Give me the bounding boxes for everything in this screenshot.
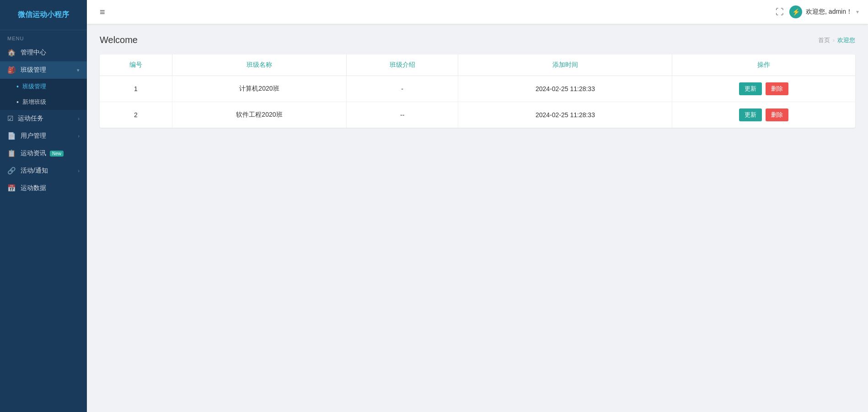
cell-name: 软件工程2020班	[172, 102, 347, 128]
col-header-name: 班级名称	[172, 54, 347, 76]
news-icon: 📋	[7, 149, 16, 157]
cell-desc: --	[346, 102, 458, 128]
cell-id: 2	[100, 102, 172, 128]
cell-name: 计算机2020班	[172, 76, 347, 102]
class-icon: 🎒	[7, 66, 16, 74]
sidebar-item-guanli-zhongxin[interactable]: 🏠 管理中心	[0, 44, 87, 61]
col-header-time: 添加时间	[458, 54, 672, 76]
main-area: ≡ ⛶ ⚡ 欢迎您, admin！ ▾ Welcome 首页 › 欢迎您	[87, 0, 868, 412]
menu-label: MENU	[0, 30, 87, 44]
table-row: 2 软件工程2020班 -- 2024-02-25 11:28:33 更新 删除	[100, 102, 855, 128]
submenu-item-xinzeng-banji[interactable]: 新增班级	[0, 94, 87, 110]
cell-id: 1	[100, 76, 172, 102]
breadcrumb-separator: ›	[833, 37, 835, 43]
sidebar-item-label: 管理中心	[21, 49, 46, 57]
welcome-text: 欢迎您, admin！	[806, 8, 852, 16]
data-table: 编号 班级名称 班级介绍 添加时间 操作 1 计算机2020班 - 2024-0…	[100, 54, 855, 128]
data-icon: 📅	[7, 184, 16, 192]
sidebar: 微信运动小程序 MENU 🏠 管理中心 🎒 班级管理 ▾ 班级管理 新增班级 ☑…	[0, 0, 87, 412]
delete-button[interactable]: 删除	[766, 82, 788, 95]
fullscreen-button[interactable]: ⛶	[776, 7, 784, 17]
task-icon: ☑	[7, 114, 13, 123]
col-header-action: 操作	[672, 54, 855, 76]
sidebar-item-yundong-renwu[interactable]: ☑ 运动任务 ›	[0, 110, 87, 127]
cell-action: 更新 删除	[672, 102, 855, 128]
page-title: Welcome	[100, 35, 138, 45]
hamburger-button[interactable]: ≡	[96, 5, 109, 19]
chevron-right-icon: ›	[78, 133, 80, 139]
submenu-item-banji-guanli[interactable]: 班级管理	[0, 79, 87, 94]
topbar: ≡ ⛶ ⚡ 欢迎您, admin！ ▾	[87, 0, 868, 24]
dropdown-icon[interactable]: ▾	[856, 9, 859, 15]
submenu-banji: 班级管理 新增班级	[0, 79, 87, 110]
col-header-id: 编号	[100, 54, 172, 76]
cell-time: 2024-02-25 11:28:33	[458, 76, 672, 102]
chevron-right-icon: ›	[78, 168, 80, 173]
sidebar-item-label: 活动/通知	[21, 167, 48, 175]
delete-button[interactable]: 删除	[766, 108, 788, 121]
page-header: Welcome 首页 › 欢迎您	[100, 35, 855, 45]
chevron-right-icon: ›	[78, 116, 80, 121]
breadcrumb: 首页 › 欢迎您	[818, 36, 855, 44]
sidebar-item-label: 运动数据	[21, 184, 46, 192]
breadcrumb-current: 欢迎您	[837, 36, 855, 44]
table-body: 1 计算机2020班 - 2024-02-25 11:28:33 更新 删除 2…	[100, 76, 855, 128]
sidebar-item-label: 运动资讯	[21, 149, 46, 157]
sidebar-item-banji-guanli[interactable]: 🎒 班级管理 ▾	[0, 61, 87, 79]
sidebar-title: 微信运动小程序	[0, 0, 87, 30]
update-button[interactable]: 更新	[739, 82, 762, 95]
topbar-left: ≡	[96, 5, 109, 19]
cell-time: 2024-02-25 11:28:33	[458, 102, 672, 128]
sidebar-item-yundong-zixun[interactable]: 📋 运动资讯 New	[0, 145, 87, 162]
cell-desc: -	[346, 76, 458, 102]
sidebar-item-label: 用户管理	[21, 132, 46, 140]
table-header-row: 编号 班级名称 班级介绍 添加时间 操作	[100, 54, 855, 76]
sidebar-item-huodong-tongzhi[interactable]: 🔗 活动/通知 ›	[0, 162, 87, 179]
sidebar-item-label: 运动任务	[18, 114, 43, 123]
new-badge: New	[50, 151, 64, 157]
update-button[interactable]: 更新	[739, 108, 762, 121]
sidebar-item-yundong-shuju[interactable]: 📅 运动数据	[0, 179, 87, 197]
cell-action: 更新 删除	[672, 76, 855, 102]
user-icon: 📄	[7, 132, 16, 140]
user-area[interactable]: ⚡ 欢迎您, admin！ ▾	[789, 5, 859, 18]
col-header-desc: 班级介绍	[346, 54, 458, 76]
sidebar-item-yonghu-guanli[interactable]: 📄 用户管理 ›	[0, 127, 87, 145]
activity-icon: 🔗	[7, 167, 16, 175]
topbar-right: ⛶ ⚡ 欢迎您, admin！ ▾	[776, 5, 859, 18]
sidebar-item-label: 班级管理	[21, 66, 46, 74]
avatar: ⚡	[789, 5, 802, 18]
breadcrumb-home[interactable]: 首页	[818, 36, 830, 44]
content-area: Welcome 首页 › 欢迎您 编号 班级名称 班级介绍 添加时间 操作	[87, 24, 868, 412]
chevron-down-icon: ▾	[77, 67, 80, 73]
table-row: 1 计算机2020班 - 2024-02-25 11:28:33 更新 删除	[100, 76, 855, 102]
home-icon: 🏠	[7, 49, 16, 57]
table-container: 编号 班级名称 班级介绍 添加时间 操作 1 计算机2020班 - 2024-0…	[100, 54, 855, 128]
